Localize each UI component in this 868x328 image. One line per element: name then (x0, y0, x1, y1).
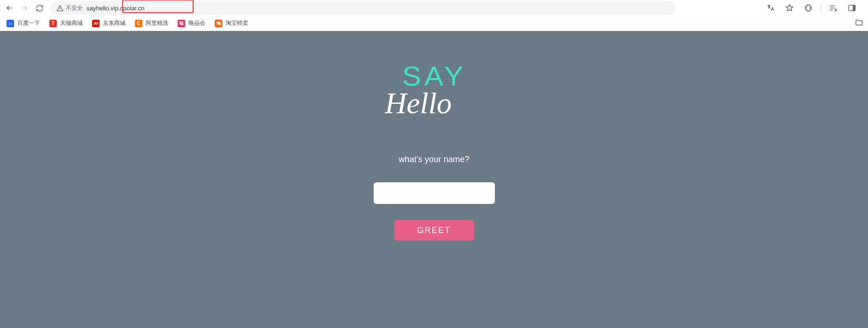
security-indicator[interactable]: 不安全 (56, 4, 83, 12)
name-input[interactable] (374, 182, 495, 204)
bookmark-label: 天猫商城 (60, 19, 83, 27)
toolbar-tail (764, 1, 865, 15)
translate-icon[interactable] (764, 1, 777, 15)
side-panel-icon[interactable] (845, 1, 859, 15)
name-prompt: what's your name? (399, 155, 469, 164)
forward-button[interactable] (18, 1, 31, 15)
bookmark-icon: 唯 (178, 20, 185, 27)
page-content: SAY Hello what's your name? GREET (0, 31, 868, 328)
warning-icon (56, 5, 63, 12)
browser-chrome: 不安全 sayhello.vip.cpolar.cn (0, 0, 868, 31)
svg-rect-1 (853, 5, 855, 11)
bookmark-label: 百度一下 (17, 19, 40, 27)
bookmarks-folder-icon[interactable] (855, 18, 863, 28)
title-say: SAY (402, 60, 466, 92)
back-button[interactable] (3, 1, 16, 15)
bookmark-star-icon[interactable] (783, 1, 796, 15)
greet-button[interactable]: GREET (394, 220, 474, 241)
bookmark-icon: 淘 (215, 20, 222, 27)
bookmark-label: 淘宝特卖 (226, 19, 248, 27)
bookmark-ali[interactable]: C 阿里精选 (135, 19, 168, 27)
bookmarks-bar: ☼ 百度一下 T 天猫商城 JD 京东商城 C 阿里精选 唯 唯品会 淘 淘宝特… (0, 16, 868, 31)
toolbar: 不安全 sayhello.vip.cpolar.cn (0, 0, 868, 16)
bookmark-icon: ☼ (7, 20, 14, 27)
title-hello: Hello (385, 86, 484, 125)
bookmark-baidu[interactable]: ☼ 百度一下 (7, 19, 40, 27)
extensions-icon[interactable] (802, 1, 815, 15)
bookmark-icon: C (135, 20, 142, 27)
bookmark-icon: T (49, 20, 57, 27)
playlist-icon[interactable] (827, 1, 840, 15)
toolbar-divider (821, 4, 821, 12)
bookmark-label: 阿里精选 (146, 19, 168, 27)
url-text: sayhello.vip.cpolar.cn (86, 5, 145, 12)
reload-button[interactable] (33, 1, 46, 15)
bookmark-tmall[interactable]: T 天猫商城 (49, 19, 83, 27)
bookmark-taobao[interactable]: 淘 淘宝特卖 (215, 19, 248, 27)
address-bar[interactable]: 不安全 sayhello.vip.cpolar.cn (51, 1, 676, 15)
security-text: 不安全 (66, 4, 83, 12)
bookmark-label: 京东商城 (103, 19, 125, 27)
bookmark-vip[interactable]: 唯 唯品会 (178, 19, 205, 27)
bookmark-label: 唯品会 (188, 19, 205, 27)
bookmark-jd[interactable]: JD 京东商城 (92, 19, 125, 27)
bookmark-icon: JD (92, 20, 100, 27)
